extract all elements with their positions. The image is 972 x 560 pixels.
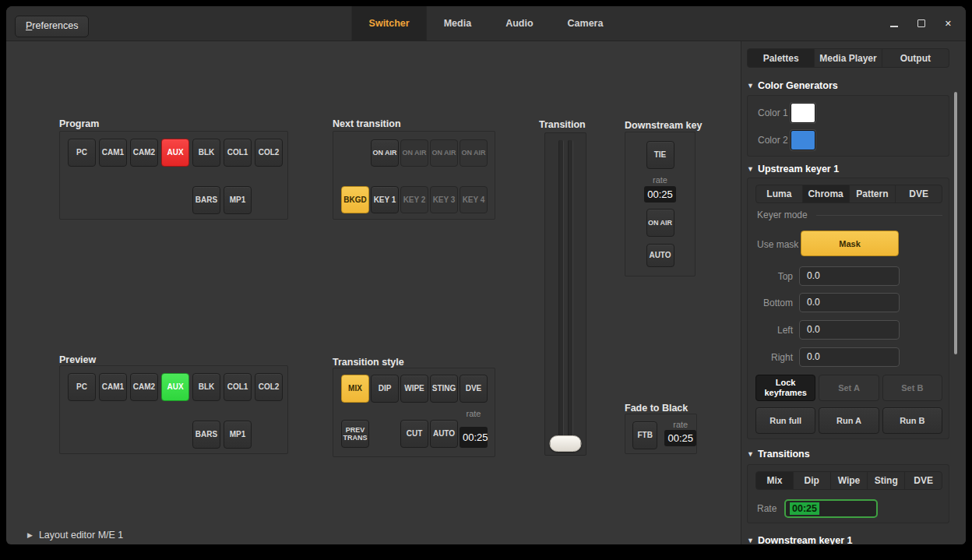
upstream-keyer-header[interactable]: ▼ Upstream keyer 1 <box>747 164 839 174</box>
panel-tab-palettes[interactable]: Palettes <box>748 49 815 67</box>
auto-button[interactable]: AUTO <box>430 420 458 448</box>
key4-button[interactable]: KEY 4 <box>460 186 488 213</box>
layout-editor-expander[interactable]: ▶ Layout editor M/E 1 <box>27 530 123 541</box>
tbar-track[interactable] <box>544 132 586 456</box>
panel-tab-media-player[interactable]: Media Player <box>815 49 882 67</box>
bottom-field[interactable]: 0.0 <box>799 293 900 312</box>
preview-bus: PC CAM1 CAM2 AUX BLK COL1 COL2 BARS MP1 <box>59 365 288 454</box>
dsk-auto-button[interactable]: AUTO <box>646 244 674 267</box>
left-field[interactable]: 0.0 <box>799 320 900 340</box>
bkgd-button[interactable]: BKGD <box>341 186 369 213</box>
keyer-tab-luma[interactable]: Luma <box>756 185 803 203</box>
key3-on-air-button[interactable]: ON AIR <box>430 139 458 167</box>
minimize-icon[interactable] <box>890 26 898 27</box>
transitions-tab-dip[interactable]: Dip <box>794 472 831 489</box>
color1-row: Color 1 <box>758 103 949 123</box>
preview-source-col1[interactable]: COL1 <box>224 373 252 401</box>
style-sting-button[interactable]: STING <box>430 375 458 403</box>
program-source-mp1[interactable]: MP1 <box>224 186 252 214</box>
rate-label: Rate <box>757 503 777 514</box>
preview-source-pc[interactable]: PC <box>68 373 96 401</box>
rate-input[interactable]: 00:25 <box>784 499 878 518</box>
tab-camera[interactable]: Camera <box>551 6 621 41</box>
preview-source-mp1[interactable]: MP1 <box>224 421 252 449</box>
transitions-header[interactable]: ▼ Transitions <box>747 449 810 460</box>
transitions-tab-mix[interactable]: Mix <box>756 472 794 489</box>
downstream-key-section-title: Downstream key <box>625 120 702 131</box>
downstream-keyer-title: Downstream keyer 1 <box>758 535 853 544</box>
key1-button[interactable]: KEY 1 <box>371 186 399 213</box>
preview-source-cam1[interactable]: CAM1 <box>99 373 127 401</box>
program-source-blk[interactable]: BLK <box>192 139 220 167</box>
preview-source-aux[interactable]: AUX <box>161 373 189 401</box>
prev-trans-button[interactable]: PREV TRANS <box>341 420 369 448</box>
color-generators-header[interactable]: ▼ Color Generators <box>747 80 838 91</box>
maximize-icon[interactable] <box>917 19 925 27</box>
keyer-tab-dve[interactable]: DVE <box>896 185 942 203</box>
transitions-tab-dve[interactable]: DVE <box>905 472 942 489</box>
keyer-mode-tab-bar: Luma Chroma Pattern DVE <box>755 185 942 203</box>
cut-button[interactable]: CUT <box>400 420 428 448</box>
mask-toggle-button[interactable]: Mask <box>801 231 899 256</box>
tab-switcher[interactable]: Switcher <box>352 6 427 41</box>
program-source-cam1[interactable]: CAM1 <box>99 139 127 167</box>
expand-icon: ▼ <box>747 537 754 544</box>
key1-on-air-button[interactable]: ON AIR <box>371 139 399 167</box>
key2-button[interactable]: KEY 2 <box>400 186 428 213</box>
preview-source-bars[interactable]: BARS <box>192 421 220 449</box>
program-source-cam2[interactable]: CAM2 <box>130 139 158 167</box>
keyer-tab-chroma[interactable]: Chroma <box>803 185 850 203</box>
keyer-tab-pattern[interactable]: Pattern <box>850 185 896 203</box>
preview-source-col2[interactable]: COL2 <box>255 373 283 401</box>
top-field[interactable]: 0.0 <box>799 266 900 286</box>
run-full-button[interactable]: Run full <box>755 407 815 434</box>
preview-source-blk[interactable]: BLK <box>192 373 220 401</box>
program-source-aux[interactable]: AUX <box>161 139 189 167</box>
lock-keyframes-button[interactable]: Lock keyframes <box>755 375 815 401</box>
color2-label: Color 2 <box>758 135 791 146</box>
next-transition-box: ON AIR ON AIR ON AIR ON AIR BKGD KEY 1 K… <box>333 131 495 220</box>
dsk-tie-button[interactable]: TIE <box>646 141 674 169</box>
program-source-bars[interactable]: BARS <box>192 186 220 214</box>
style-mix-button[interactable]: MIX <box>341 375 369 403</box>
tbar-groove-right <box>568 140 573 448</box>
transitions-box: Mix Dip Wipe Sting DVE Rate 00:25 <box>747 464 949 523</box>
key3-button[interactable]: KEY 3 <box>430 186 458 213</box>
fade-to-black-section-title: Fade to Black <box>625 403 688 414</box>
set-b-button[interactable]: Set B <box>882 375 942 401</box>
transitions-tab-sting[interactable]: Sting <box>868 472 905 489</box>
ftb-button[interactable]: FTB <box>632 421 657 449</box>
dsk-rate-value[interactable]: 00:25 <box>644 186 676 203</box>
panel-scrollbar[interactable] <box>954 92 957 354</box>
dsk-on-air-button[interactable]: ON AIR <box>646 209 674 237</box>
key2-on-air-button[interactable]: ON AIR <box>400 139 428 167</box>
tab-media[interactable]: Media <box>427 6 488 41</box>
preferences-label: references <box>32 20 78 31</box>
program-source-col1[interactable]: COL1 <box>224 139 252 167</box>
program-source-pc[interactable]: PC <box>68 139 96 167</box>
run-b-button[interactable]: Run B <box>882 407 942 434</box>
style-dve-button[interactable]: DVE <box>460 375 488 403</box>
panel-tab-output[interactable]: Output <box>882 49 949 67</box>
run-a-button[interactable]: Run A <box>819 407 879 434</box>
program-source-col2[interactable]: COL2 <box>255 139 283 167</box>
upstream-keyer-title: Upstream keyer 1 <box>758 164 839 174</box>
preview-source-cam2[interactable]: CAM2 <box>130 373 158 401</box>
style-wipe-button[interactable]: WIPE <box>400 375 428 403</box>
right-field[interactable]: 0.0 <box>799 347 900 367</box>
close-icon[interactable]: ✕ <box>945 19 952 28</box>
key4-on-air-button[interactable]: ON AIR <box>460 139 488 167</box>
style-dip-button[interactable]: DIP <box>371 375 399 403</box>
dsk-rate-label: rate <box>653 175 667 185</box>
preferences-button[interactable]: Preferences <box>15 16 89 37</box>
transition-rate-label: rate <box>460 409 488 418</box>
downstream-keyer-header[interactable]: ▼ Downstream keyer 1 <box>747 535 853 544</box>
color2-swatch[interactable] <box>791 130 815 150</box>
transition-rate-value[interactable]: 00:25 <box>460 427 488 448</box>
transitions-tab-wipe[interactable]: Wipe <box>831 472 868 489</box>
tbar-handle[interactable] <box>550 435 582 452</box>
ftb-rate-value[interactable]: 00:25 <box>664 430 696 446</box>
color1-swatch[interactable] <box>791 103 815 123</box>
set-a-button[interactable]: Set A <box>819 375 879 401</box>
tab-audio[interactable]: Audio <box>488 6 550 41</box>
